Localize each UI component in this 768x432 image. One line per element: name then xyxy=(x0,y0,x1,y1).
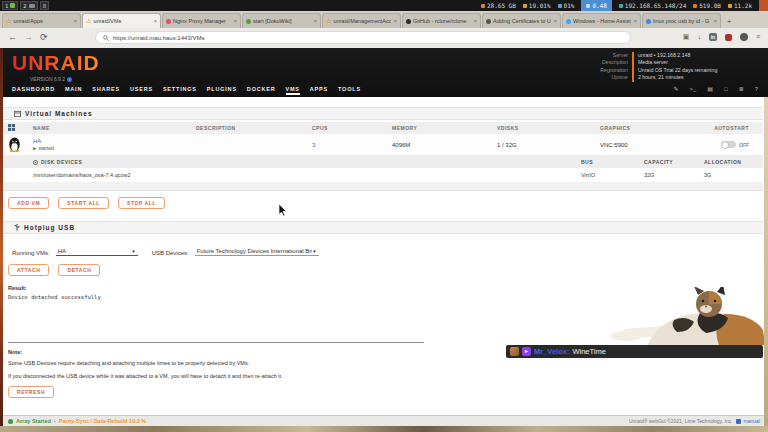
add-vm-button[interactable]: ADD VM xyxy=(8,197,49,209)
running-vms-select[interactable]: HA ▼ xyxy=(56,248,138,256)
chat-message: WineTime xyxy=(572,347,605,356)
profile-avatar[interactable] xyxy=(740,33,748,41)
net-down-stat: 519.0B xyxy=(693,2,721,9)
refresh-button[interactable]: REFRESH xyxy=(8,386,54,398)
vm-name-cell: HA ▶ started xyxy=(26,138,186,151)
col-cpus[interactable]: CPUS xyxy=(302,125,382,131)
close-icon[interactable]: × xyxy=(153,18,157,24)
new-tab-button[interactable]: + xyxy=(722,17,736,26)
terminal-icon[interactable]: >_ xyxy=(689,85,696,93)
archive-icon[interactable]: ▤ xyxy=(707,85,713,93)
tab-label: unraid/Apps xyxy=(13,18,71,24)
close-icon[interactable]: × xyxy=(313,18,317,24)
net-up-stat: 11.2k xyxy=(728,2,752,9)
tab-adding-certificates[interactable]: Adding Certificates to U × xyxy=(482,13,561,28)
close-icon[interactable]: × xyxy=(73,18,77,24)
nav-dashboard[interactable]: DASHBOARD xyxy=(12,86,55,95)
nav-users[interactable]: USERS xyxy=(130,86,153,95)
close-icon[interactable]: × xyxy=(633,18,637,24)
close-icon[interactable]: × xyxy=(553,18,557,24)
network-value: 192.168.65.148/24 xyxy=(625,2,686,9)
workspace-2[interactable]: 2 xyxy=(20,1,37,10)
col-autostart[interactable]: AUTOSTART xyxy=(690,125,763,131)
nav-settings[interactable]: SETTINGS xyxy=(163,86,197,95)
download-icon[interactable]: ↓ xyxy=(697,32,701,42)
cat-image xyxy=(606,287,766,346)
log-icon[interactable]: ≣ xyxy=(739,85,744,93)
array-status-text: Array Started xyxy=(16,418,51,424)
net-up-value: 11.2k xyxy=(734,2,752,9)
menu-icon[interactable]: ≡ xyxy=(756,32,760,42)
detach-button[interactable]: DETACH xyxy=(58,264,100,276)
extension-icon[interactable]: ▣ xyxy=(683,32,690,42)
close-icon[interactable]: × xyxy=(473,18,477,24)
close-icon[interactable]: × xyxy=(713,18,717,24)
tab-nginx-proxy-manager[interactable]: Nginx Proxy Manager × xyxy=(162,13,241,28)
display-icon[interactable]: □ xyxy=(724,85,728,93)
disk-capacity: 32G xyxy=(644,172,654,178)
note-line-2: If you disconnected the USB device while… xyxy=(8,373,283,379)
close-icon[interactable]: × xyxy=(393,18,397,24)
forward-button[interactable]: → xyxy=(24,32,33,42)
nav-tools[interactable]: TOOLS xyxy=(338,86,361,95)
tab-github-rclone[interactable]: GitHub - rclone/rclone × xyxy=(402,13,481,28)
col-description[interactable]: DESCRIPTION xyxy=(186,125,302,131)
col-memory[interactable]: MEMORY xyxy=(382,125,487,131)
stop-all-button[interactable]: STOP ALL xyxy=(118,197,165,209)
disk-allocation: 3G xyxy=(704,172,711,178)
col-name[interactable]: NAME xyxy=(26,125,186,131)
workspace-2-label: 2 xyxy=(23,3,26,9)
chevron-down-icon: ▼ xyxy=(131,249,135,254)
chat-overlay: ▸ Mr_Velox: WineTime xyxy=(506,345,763,358)
nav-apps[interactable]: APPS xyxy=(310,86,328,95)
disk-path[interactable]: /mnt/user/domains/haos_ova-7.4.qcow2 xyxy=(33,172,131,178)
load-stat: 0.48 xyxy=(581,0,611,11)
feedback-icon[interactable]: ✎ xyxy=(673,85,678,93)
nav-main[interactable]: MAIN xyxy=(65,86,82,95)
workspace-1[interactable]: 1 xyxy=(2,1,18,10)
wallpaper-left-edge xyxy=(0,48,3,432)
nav-docker[interactable]: DOCKER xyxy=(247,86,276,95)
tab-unraid-vms[interactable]: ⚠ unraid/VMs × xyxy=(82,13,161,28)
close-icon[interactable]: × xyxy=(233,18,237,24)
result-value: Device detached successfully xyxy=(8,294,101,300)
vm-buttons: ADD VM START ALL STOP ALL xyxy=(8,197,165,209)
tux-penguin-icon[interactable] xyxy=(0,137,26,153)
usb-devices-select[interactable]: Future Technology Devices International … xyxy=(195,248,319,256)
registration-value: Unraid OS Trial 22 days remaining xyxy=(632,67,758,74)
refresh-row: REFRESH xyxy=(8,386,54,398)
help-icon[interactable]: ? xyxy=(755,85,758,93)
network-stat: 192.168.65.148/24 xyxy=(619,2,686,9)
parity-status-text[interactable]: Parity-Sync / Data-Rebuild 19.3 % xyxy=(59,418,146,424)
start-all-button[interactable]: START ALL xyxy=(58,197,109,209)
tab-google-search[interactable]: linux proc usb by id - G × xyxy=(642,13,721,28)
col-vdisks[interactable]: VDISKS xyxy=(487,125,590,131)
address-bar[interactable]: https://unraid.mau.haus:1443/VMs xyxy=(95,31,631,44)
nav-plugins[interactable]: PLUGINS xyxy=(207,86,237,95)
reload-button[interactable]: ⟳ xyxy=(40,32,48,42)
nav-shares[interactable]: SHARES xyxy=(92,86,120,95)
workspace-8[interactable]: 8 xyxy=(40,1,49,10)
nav-vms[interactable]: VMS xyxy=(286,86,300,95)
tab-label: GitHub - rclone/rclone xyxy=(413,18,471,24)
vm-name-link[interactable]: HA xyxy=(33,138,186,144)
col-graphics[interactable]: GRAPHICS xyxy=(590,125,690,131)
adblock-shield-icon[interactable] xyxy=(725,34,732,41)
vm-cpus-link[interactable]: 3 xyxy=(302,142,382,148)
home-assistant-favicon xyxy=(566,19,571,24)
attach-button[interactable]: ATTACH xyxy=(8,264,49,276)
linkedin-icon[interactable]: in xyxy=(709,33,717,41)
tab-unraid-management[interactable]: ⚠ unraid/ManagementAcc × xyxy=(322,13,401,28)
tab-dokuwiki[interactable]: start [DokuWiki] × xyxy=(242,13,321,28)
vm-graphics-cell[interactable]: VNC:5900 xyxy=(590,142,690,148)
unraid-status-bar: Array Started • Parity-Sync / Data-Rebui… xyxy=(0,415,768,426)
disk-devices-title-wrap[interactable]: DISK DEVICES xyxy=(33,159,82,165)
server-info-row: Uptime 2 hours, 21 minutes xyxy=(562,74,758,81)
table-view-icon[interactable] xyxy=(0,124,26,132)
info-icon[interactable]: i xyxy=(67,77,72,82)
autostart-toggle[interactable] xyxy=(721,141,736,148)
back-button[interactable]: ← xyxy=(8,32,17,42)
tab-home-assistant[interactable]: Windows - Home Assist × xyxy=(562,13,641,28)
tab-unraid-apps[interactable]: ⚠ unraid/Apps × xyxy=(2,13,81,28)
manual-link[interactable]: manual xyxy=(744,418,760,424)
